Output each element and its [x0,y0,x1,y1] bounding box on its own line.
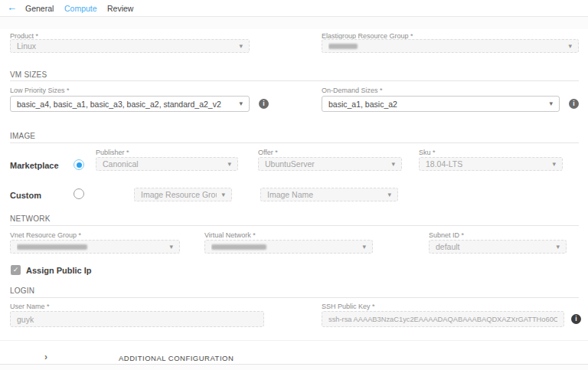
offer-label: Offer * [258,149,278,156]
virtual-network-label: Virtual Network * [204,231,256,239]
additional-configuration-label: ADDITIONAL CONFIGURATION [119,354,234,362]
offer-select[interactable]: UbuntuServer ▾ [258,157,402,171]
divider [10,225,579,226]
caret-down-icon: ▾ [549,100,553,107]
virtual-network-value [211,242,358,251]
product-select[interactable]: Linux ▾ [10,39,250,53]
caret-down-icon: ▾ [556,244,560,250]
caret-down-icon: ▾ [362,244,366,250]
redacted-value [17,244,87,250]
ssh-public-key-input[interactable]: ssh-rsa AAAAB3NzaC1yc2EAAAADAQABAAABAQDX… [322,311,564,327]
marketplace-option-label: Marketplace [10,161,59,170]
subnet-id-label: Subnet ID * [429,231,464,239]
caret-down-icon: ▾ [227,161,231,168]
subnet-id-select[interactable]: default ▾ [429,240,567,254]
on-demand-sizes-value: basic_a1, basic_a2 [328,100,544,109]
info-icon[interactable]: i [571,314,581,324]
compute-wizard-page: ← General Compute Review Product * Linux… [0,0,588,370]
elastigroup-resource-group-value [328,41,564,51]
content-top-band [0,17,588,29]
radio-dot [77,162,82,168]
vnet-resource-group-value [17,242,165,251]
custom-option-label: Custom [10,191,41,200]
section-title-vm-sizes: VM SIZES [10,70,47,79]
image-resource-group-placeholder: Image Resource Group [141,190,217,199]
caret-down-icon: ▾ [391,161,395,168]
caret-down-icon: ▾ [221,192,225,198]
caret-down-icon: ▾ [568,43,572,50]
tab-review[interactable]: Review [107,4,133,13]
publisher-select[interactable]: Canonical ▾ [96,157,238,171]
check-icon: ✓ [13,266,19,273]
elastigroup-resource-group-select[interactable]: ▾ [322,39,579,53]
divider [10,297,579,298]
info-icon[interactable]: i [259,99,269,109]
offer-value: UbuntuServer [265,159,387,169]
caret-down-icon: ▾ [552,161,556,168]
image-name-select[interactable]: Image Name ▾ [260,188,398,201]
section-title-image: IMAGE [10,132,35,140]
section-title-login: LOGIN [10,287,34,295]
caret-down-icon: ▾ [239,43,243,50]
subnet-id-value: default [436,242,551,251]
caret-down-icon: ▾ [169,244,173,250]
section-title-network: NETWORK [10,214,51,223]
user-name-label: User Name * [10,303,50,310]
vnet-resource-group-label: Vnet Resource Group * [10,231,81,239]
user-name-value: guyk [17,315,257,324]
low-priority-sizes-select[interactable]: basic_a4, basic_a1, basic_a3, basic_a2, … [10,96,250,112]
product-value: Linux [17,41,234,51]
sku-select[interactable]: 18.04-LTS ▾ [419,157,563,171]
bottom-strip [0,365,588,370]
on-demand-sizes-select[interactable]: basic_a1, basic_a2 ▾ [322,96,560,112]
publisher-label: Publisher * [96,149,129,156]
low-priority-sizes-label: Low Priority Sizes * [10,87,70,94]
marketplace-radio[interactable] [74,159,84,170]
image-name-placeholder: Image Name [267,190,383,199]
back-arrow-icon[interactable]: ← [7,2,17,13]
user-name-input[interactable]: guyk [10,311,264,327]
info-icon[interactable]: i [569,99,579,109]
redacted-value [328,44,358,49]
divider [10,142,579,143]
image-resource-group-select[interactable]: Image Resource Group ▾ [134,188,232,201]
assign-public-ip-label: Assign Public Ip [26,266,92,275]
ssh-public-key-value: ssh-rsa AAAAB3NzaC1yc2EAAAADAQABAAABAQDX… [328,316,557,323]
low-priority-sizes-value: basic_a4, basic_a1, basic_a3, basic_a2, … [17,100,234,109]
on-demand-sizes-label: On-Demand Sizes * [322,87,383,94]
publisher-value: Canonical [103,159,223,169]
wizard-tab-bar: ← General Compute Review [0,0,588,17]
tab-compute[interactable]: Compute [64,4,97,13]
assign-public-ip-checkbox[interactable]: ✓ [11,265,21,275]
tab-general[interactable]: General [25,4,54,13]
sku-value: 18.04-LTS [426,159,547,169]
caret-down-icon: ▾ [239,100,243,107]
redacted-value [211,244,266,250]
sku-label: Sku * [419,149,436,156]
virtual-network-select[interactable]: ▾ [204,240,373,254]
ssh-public-key-label: SSH Public Key * [322,303,375,310]
chevron-right-icon: › [44,352,47,362]
custom-radio[interactable] [74,188,84,199]
divider [0,340,588,341]
caret-down-icon: ▾ [387,192,391,198]
vnet-resource-group-select[interactable]: ▾ [10,240,180,254]
divider [10,80,579,81]
